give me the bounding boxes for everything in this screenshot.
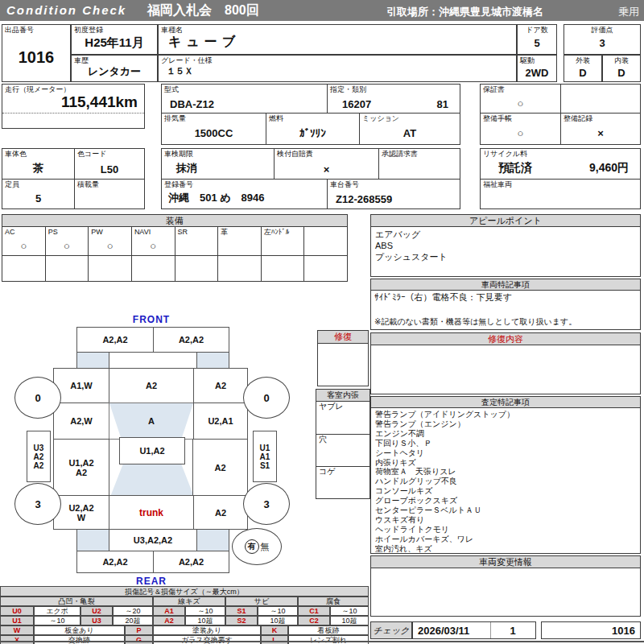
approval-label: 承認請求書 — [382, 150, 418, 158]
appeal-points-title: アピールポイント — [371, 215, 640, 227]
legend-desc: ～10 — [330, 606, 369, 616]
legend-desc: ～10 — [258, 606, 298, 616]
legend-code: W — [0, 625, 34, 635]
legend-code: S2 — [225, 616, 258, 625]
assessment-line: シートヘタリ — [375, 448, 638, 458]
equipment-label-ac: AC — [5, 228, 15, 236]
check-lot-box: 1016 — [541, 621, 641, 639]
appeal-points-box: アピールポイント エアバッグ ABS プッシュスタート — [370, 214, 641, 277]
legend-group-rust: サビ — [225, 597, 298, 606]
field-score: 評価点 3 — [564, 24, 641, 55]
field-maintenance-book: 整備手帳 ○ — [481, 114, 561, 144]
legend-code: U3 — [80, 616, 113, 625]
capacity-label: 定員 — [5, 180, 19, 188]
assessment-notes-title: 査定特記事項 — [371, 397, 640, 408]
drive-value: 2WD — [518, 67, 556, 79]
title-bar: Condition Check 福岡入札会 800回 引取場所：沖縄県豊見城市渡… — [0, 0, 644, 21]
field-displacement: 排気量 1500CC — [162, 114, 266, 144]
assessment-line: エンジン不調 — [375, 429, 638, 439]
equipment-mark-ps: ○ — [46, 240, 89, 252]
legend-desc: 10超 — [258, 616, 298, 625]
assessment-line: ホイールカバーキズ、ワレ — [375, 535, 638, 544]
class-number-label: 指定・類別 — [330, 85, 366, 93]
equipment-cell-navi: NAVI ○ — [132, 227, 175, 255]
hood-right-cell: A2 — [193, 368, 248, 403]
assessment-notes-box: 査定特記事項 警告ランプ（アイドリングストップ） 警告ランプ（エンジン） エンジ… — [370, 396, 641, 554]
repair-content-box: 修復内容 — [370, 332, 641, 394]
change-info-title: 車両変更情報 — [371, 556, 640, 568]
side-right-cell: A2 — [192, 439, 248, 496]
hood-center-cell: A2 — [109, 368, 194, 403]
field-exterior-grade: 外装 D — [564, 55, 602, 82]
roof-cell: U1,A2 — [119, 437, 185, 464]
vehicle-notes-line: ｻｲﾄﾞﾐﾗｰ（右）電格不良：下見要す — [374, 291, 638, 303]
field-load: 積載量 — [75, 180, 144, 208]
interior-grade-label: 内装 — [603, 56, 640, 64]
legend-row-2: U1 ～10 U3 20超 A2 10超 S2 10超 C2 10超 — [0, 616, 369, 625]
legend-desc: 塗装あり — [153, 625, 261, 635]
windshield-cell: A — [109, 402, 194, 440]
side-left-cell: U1,A2 A2 — [53, 439, 109, 496]
field-drive: 駆動 2WD — [517, 55, 557, 82]
vehicle-notes-footnote: ※記載のない書類・機器等は無しとして取り扱います。 — [374, 316, 638, 328]
vehicle-category: 乗用 — [618, 5, 639, 19]
cabin-interior-item-burn: コゲ — [316, 466, 369, 498]
displacement-value: 1500CC — [162, 127, 266, 139]
legend-code: S1 — [225, 606, 258, 616]
legend-marks-row-1: W 板金あり P 塗装あり K 看板跡 — [0, 625, 369, 635]
assessment-line: グローブボックスキズ — [375, 496, 638, 506]
exterior-grade-label: 外装 — [564, 56, 601, 64]
field-mileage: 走行（現メーター） 115,441km — [2, 84, 145, 129]
field-vin: 車台番号 Z12-268559 — [328, 180, 460, 208]
legend-desc: 看板跡 — [288, 625, 369, 635]
legend-desc: 板金あり — [34, 625, 125, 635]
field-model-code: 型式 DBA-Z12 — [162, 85, 328, 114]
sill-right-cell: U1 A1 S1 — [253, 431, 277, 482]
assessment-line: 下回りＳ小、Ｐ — [375, 439, 638, 448]
field-registration-number: 登録番号 沖縄 501 め 8946 — [162, 180, 328, 208]
appeal-line: エアバッグ — [375, 229, 638, 240]
check-count-value: 1 — [490, 625, 535, 637]
hood-left-cell: A1,W — [53, 368, 109, 403]
check-lot-value: 1016 — [612, 625, 635, 637]
condition-check-sheet: { "header": { "brand": "Condition Check"… — [0, 0, 644, 644]
field-color-code: 色コード L50 — [75, 149, 144, 180]
rear-corner-right — [196, 530, 229, 551]
assessment-line: 警告ランプ（アイドリングストップ） — [375, 410, 638, 419]
model-code-label: 型式 — [164, 85, 179, 93]
rear-window-glass — [110, 464, 194, 497]
transmission-label: ミッション — [362, 114, 399, 122]
check-date-box: 2026/03/11 1 — [412, 621, 536, 639]
interior-grade-value: D — [603, 67, 640, 79]
score-label: 評価点 — [564, 26, 640, 34]
legend-code: U1 — [0, 616, 34, 625]
equipment-empty-row — [2, 255, 347, 281]
legend-code: A1 — [153, 606, 185, 616]
jibaiseki-value: × — [275, 163, 378, 175]
field-doors: ドア数 5 — [517, 24, 557, 55]
assessment-line: センターピラーＳベルトＡＵ — [375, 506, 638, 515]
assessment-line: ウスキズ有り — [375, 515, 638, 525]
mileage-label: 走行（現メーター） — [5, 85, 70, 93]
inspection-value: 抹消 — [176, 161, 274, 175]
quarter-right-cell: A2 — [193, 495, 248, 530]
registration-number-label: 登録番号 — [164, 180, 193, 188]
cowl-right-cell: U2,A1 — [193, 402, 248, 440]
body-color-label: 車体色 — [5, 150, 27, 158]
inspection-label: 車検期限 — [164, 150, 193, 158]
maintenance-record-label: 整備記録 — [564, 114, 592, 122]
front-corner-left — [76, 352, 109, 369]
cabin-interior-item-tear: ヤブレ — [316, 402, 369, 434]
field-model-name: 車種名 キューブ — [158, 24, 517, 55]
legend-group-scratch: 線キズ — [153, 597, 225, 606]
legend-title: 損傷記号＆損傷サイズ（～最大cm） — [0, 586, 369, 597]
fuel-label: 燃料 — [269, 114, 283, 122]
legend-desc: 10超 — [185, 616, 225, 625]
equipment-cell-sr: SR — [175, 227, 219, 255]
warranty-label: 保証書 — [483, 85, 505, 93]
history-label: 車歴 — [74, 56, 89, 64]
body-color-value: 茶 — [2, 161, 74, 175]
legend-code: U2 — [80, 606, 113, 616]
field-recycle-fee: リサイクル料 預託済 9,460円 — [481, 149, 640, 180]
color-code-label: 色コード — [77, 150, 106, 158]
